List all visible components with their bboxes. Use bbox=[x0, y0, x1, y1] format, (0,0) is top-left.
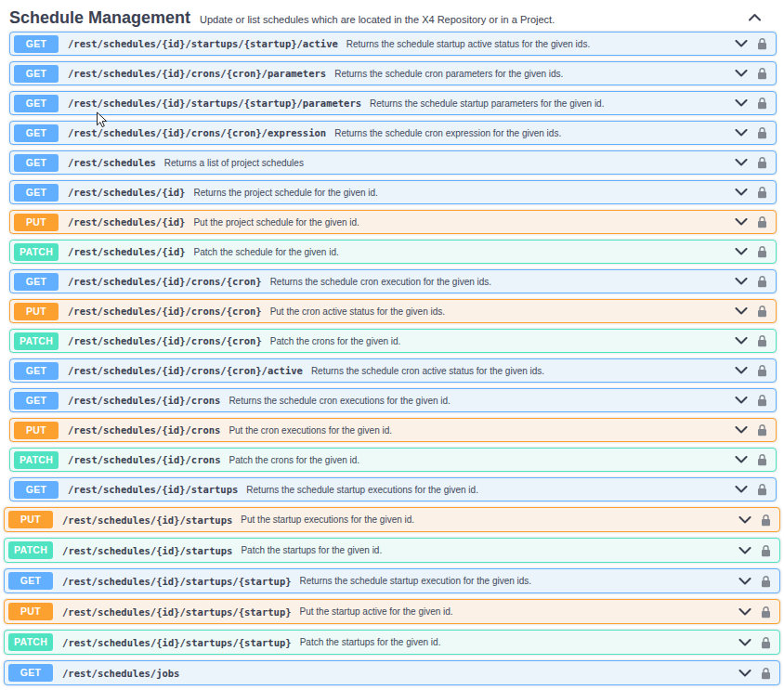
endpoint-row[interactable]: PATCH /rest/schedules/{id}/crons/{cron} … bbox=[9, 329, 777, 353]
authorize-button[interactable] bbox=[761, 605, 771, 618]
expand-operation-button[interactable] bbox=[735, 426, 748, 434]
endpoint-row[interactable]: PUT /rest/schedules/{id}/crons Put the c… bbox=[9, 418, 777, 442]
endpoint-row[interactable]: PATCH /rest/schedules/{id} Patch the sch… bbox=[9, 240, 777, 264]
expand-operation-button[interactable] bbox=[735, 367, 748, 374]
authorize-button[interactable] bbox=[757, 305, 767, 318]
endpoint-path[interactable]: /rest/schedules/{id}/crons bbox=[68, 424, 220, 436]
endpoint-path[interactable]: /rest/schedules/{id}/crons/{cron}/parame… bbox=[68, 68, 326, 79]
expand-operation-button[interactable] bbox=[735, 456, 748, 463]
expand-operation-button[interactable] bbox=[738, 670, 751, 677]
expand-operation-button[interactable] bbox=[738, 547, 751, 554]
expand-operation-button[interactable] bbox=[735, 278, 748, 285]
http-method-badge: PATCH bbox=[14, 243, 59, 261]
endpoint-row[interactable]: GET /rest/schedules/{id}/crons/{cron}/ex… bbox=[9, 121, 777, 145]
endpoint-path[interactable]: /rest/schedules/{id} bbox=[68, 187, 185, 198]
endpoint-row[interactable]: GET /rest/schedules/{id}/startups Return… bbox=[9, 477, 777, 501]
endpoint-path[interactable]: /rest/schedules/{id}/startups/{startup} bbox=[62, 606, 292, 618]
authorize-button[interactable] bbox=[757, 483, 767, 496]
endpoint-path[interactable]: /rest/schedules/{id}/crons/{cron}/active bbox=[68, 365, 303, 376]
authorize-button[interactable] bbox=[757, 186, 767, 199]
endpoint-row[interactable]: GET /rest/schedules/{id}/crons/{cron} Re… bbox=[9, 269, 777, 293]
expand-operation-button[interactable] bbox=[738, 639, 751, 646]
expand-operation-button[interactable] bbox=[738, 516, 751, 524]
http-method-badge: PATCH bbox=[8, 633, 53, 651]
expand-operation-button[interactable] bbox=[735, 99, 748, 107]
endpoint-row[interactable]: PATCH /rest/schedules/{id}/crons Patch t… bbox=[9, 448, 777, 472]
expand-operation-button[interactable] bbox=[735, 70, 748, 77]
endpoint-path[interactable]: /rest/schedules/{id} bbox=[68, 246, 185, 257]
expand-operation-button[interactable] bbox=[735, 486, 748, 493]
authorize-button[interactable] bbox=[761, 514, 771, 527]
endpoint-path[interactable]: /rest/schedules/{id}/crons/{cron} bbox=[68, 276, 262, 287]
endpoint-row[interactable]: GET /rest/schedules/{id}/startups/{start… bbox=[9, 32, 777, 56]
expand-operation-button[interactable] bbox=[738, 578, 751, 585]
endpoint-row[interactable]: GET /rest/schedules/{id}/startups/{start… bbox=[9, 91, 777, 115]
expand-operation-button[interactable] bbox=[735, 248, 748, 255]
endpoint-path[interactable]: /rest/schedules/{id}/startups bbox=[68, 484, 238, 495]
authorize-button[interactable] bbox=[757, 67, 767, 80]
authorize-button[interactable] bbox=[757, 334, 767, 347]
endpoint-path[interactable]: /rest/schedules/{id}/startups/{startup}/… bbox=[68, 98, 361, 109]
authorize-button[interactable] bbox=[757, 453, 767, 466]
endpoint-description: Returns the schedule startup executions … bbox=[246, 485, 735, 495]
endpoint-path[interactable]: /rest/schedules/{id}/startups/{startup} bbox=[62, 637, 292, 648]
endpoint-path[interactable]: /rest/schedules/{id}/crons bbox=[68, 454, 220, 465]
endpoint-row[interactable]: GET /rest/schedules/{id}/crons/{cron}/ac… bbox=[9, 358, 777, 383]
endpoint-row[interactable]: PATCH /rest/schedules/{id}/startups Patc… bbox=[4, 538, 780, 563]
authorize-button[interactable] bbox=[761, 667, 771, 680]
authorize-button[interactable] bbox=[761, 544, 771, 557]
endpoint-path[interactable]: /rest/schedules/{id}/startups bbox=[62, 514, 232, 526]
authorize-button[interactable] bbox=[757, 156, 767, 169]
expand-operation-button[interactable] bbox=[735, 159, 748, 166]
expand-operation-button[interactable] bbox=[735, 307, 748, 315]
chevron-down-icon bbox=[735, 70, 748, 77]
expand-operation-button[interactable] bbox=[738, 608, 751, 616]
endpoint-row[interactable]: GET /rest/schedules/{id}/crons/{cron}/pa… bbox=[9, 61, 777, 85]
section-collapse-button[interactable] bbox=[746, 11, 764, 23]
authorize-button[interactable] bbox=[761, 575, 771, 588]
authorize-button[interactable] bbox=[757, 275, 767, 288]
authorize-button[interactable] bbox=[757, 215, 767, 228]
expand-operation-button[interactable] bbox=[735, 337, 748, 345]
expand-operation-button[interactable] bbox=[735, 189, 748, 196]
endpoint-row[interactable]: PATCH /rest/schedules/{id}/startups/{sta… bbox=[4, 630, 780, 655]
endpoint-path[interactable]: /rest/schedules/{id}/crons/{cron} bbox=[68, 335, 262, 346]
endpoint-row[interactable]: PUT /rest/schedules/{id}/crons/{cron} Pu… bbox=[9, 299, 777, 323]
lock-icon bbox=[761, 514, 771, 527]
authorize-button[interactable] bbox=[757, 97, 767, 110]
endpoint-path[interactable]: /rest/schedules/{id}/startups/{startup}/… bbox=[68, 38, 338, 49]
endpoint-row[interactable]: GET /rest/schedules/{id}/crons Returns t… bbox=[9, 388, 777, 412]
chevron-down-icon bbox=[735, 189, 748, 196]
authorize-button[interactable] bbox=[757, 394, 767, 407]
endpoint-path[interactable]: /rest/schedules/{id}/crons bbox=[68, 395, 220, 406]
lock-icon bbox=[761, 605, 771, 618]
authorize-button[interactable] bbox=[757, 37, 767, 50]
authorize-button[interactable] bbox=[757, 364, 767, 377]
endpoint-row[interactable]: GET /rest/schedules Returns a list of pr… bbox=[9, 150, 777, 175]
expand-operation-button[interactable] bbox=[735, 218, 748, 226]
authorize-button[interactable] bbox=[757, 423, 767, 436]
endpoint-row[interactable]: PUT /rest/schedules/{id}/startups/{start… bbox=[4, 599, 780, 624]
endpoint-path[interactable]: /rest/schedules/{id}/crons/{cron} bbox=[68, 306, 262, 317]
lock-icon bbox=[757, 126, 767, 139]
expand-operation-button[interactable] bbox=[735, 397, 748, 404]
chevron-down-icon bbox=[738, 578, 751, 585]
authorize-button[interactable] bbox=[761, 636, 771, 649]
endpoint-path[interactable]: /rest/schedules bbox=[68, 157, 156, 168]
endpoint-row[interactable]: PUT /rest/schedules/{id} Put the project… bbox=[9, 210, 777, 234]
endpoint-path[interactable]: /rest/schedules/jobs bbox=[62, 668, 179, 679]
authorize-button[interactable] bbox=[757, 245, 767, 258]
endpoint-path[interactable]: /rest/schedules/{id} bbox=[68, 216, 185, 228]
endpoint-path[interactable]: /rest/schedules/{id}/crons/{cron}/expres… bbox=[68, 127, 326, 138]
endpoint-path[interactable]: /rest/schedules/{id}/startups bbox=[62, 545, 232, 556]
endpoint-path[interactable]: /rest/schedules/{id}/startups/{startup} bbox=[62, 576, 292, 587]
endpoint-row[interactable]: GET /rest/schedules/jobs bbox=[4, 660, 780, 685]
endpoint-row[interactable]: GET /rest/schedules/{id}/startups/{start… bbox=[4, 568, 780, 593]
expand-operation-button[interactable] bbox=[735, 129, 748, 137]
http-method-badge: PUT bbox=[14, 214, 59, 231]
expand-operation-button[interactable] bbox=[735, 40, 748, 47]
lock-icon bbox=[757, 186, 767, 199]
endpoint-row[interactable]: GET /rest/schedules/{id} Returns the pro… bbox=[9, 180, 777, 204]
endpoint-row[interactable]: PUT /rest/schedules/{id}/startups Put th… bbox=[4, 507, 780, 532]
authorize-button[interactable] bbox=[757, 126, 767, 139]
